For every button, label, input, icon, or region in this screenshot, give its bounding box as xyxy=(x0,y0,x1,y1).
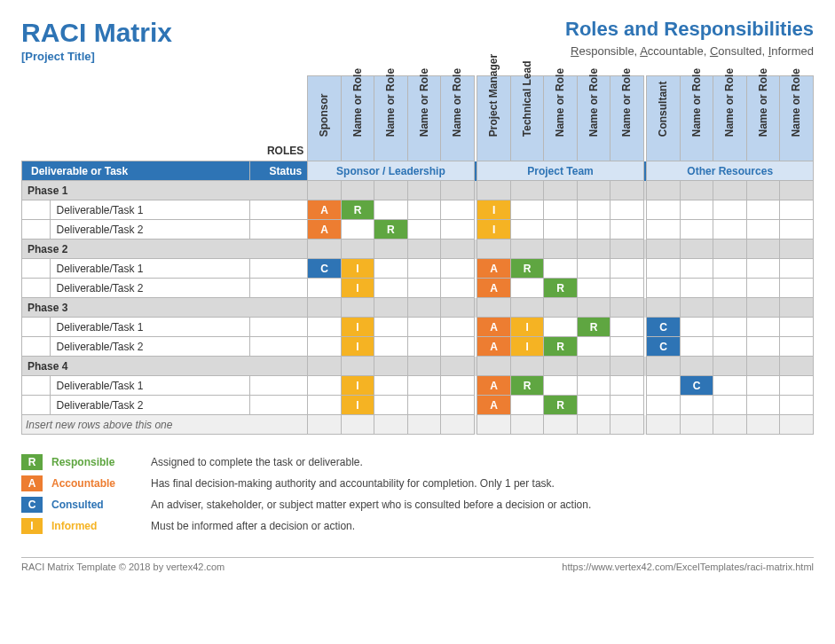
raci-cell-I: I xyxy=(341,279,374,298)
insert-cell xyxy=(610,415,643,435)
legend-label-R: Responsible xyxy=(51,456,114,468)
task-name: Deliverable/Task 1 xyxy=(51,259,250,279)
phase-cell xyxy=(746,357,779,376)
raci-cell-empty xyxy=(647,376,680,396)
phase-cell xyxy=(647,181,680,200)
status-cell xyxy=(250,337,308,357)
raci-cell-empty xyxy=(780,220,814,240)
raci-cell-empty xyxy=(441,318,474,337)
phase-cell xyxy=(647,298,680,318)
raci-cell-C: C xyxy=(647,318,680,337)
phase-cell xyxy=(610,181,643,200)
phase-cell xyxy=(407,357,440,376)
phase-header: Phase 1 xyxy=(22,181,308,200)
raci-cell-empty xyxy=(680,337,713,357)
raci-cell-A: A xyxy=(477,279,510,298)
phase-cell xyxy=(610,298,643,318)
raci-cell-empty xyxy=(746,337,779,357)
phase-cell xyxy=(713,298,746,318)
phase-cell xyxy=(477,240,510,259)
raci-cell-empty xyxy=(610,200,643,220)
phase-cell xyxy=(746,181,779,200)
raci-cell-empty xyxy=(407,318,440,337)
phase-cell xyxy=(308,240,341,259)
raci-cell-empty xyxy=(510,396,543,415)
phase-cell xyxy=(510,240,543,259)
phase-cell xyxy=(407,298,440,318)
insert-cell xyxy=(780,415,814,435)
role-header: Name or Role xyxy=(713,76,746,161)
phase-cell xyxy=(441,357,474,376)
raci-cell-empty xyxy=(577,279,610,298)
task-name: Deliverable/Task 1 xyxy=(51,200,250,220)
legend-desc-C: An adviser, stakeholder, or subject matt… xyxy=(151,497,591,513)
phase-cell xyxy=(780,181,814,200)
phase-cell xyxy=(544,240,577,259)
raci-cell-empty xyxy=(780,200,814,220)
phase-header: Phase 3 xyxy=(22,298,308,318)
header: RACI Matrix [Project Title] Roles and Re… xyxy=(21,18,814,63)
footer: RACI Matrix Template © 2018 by vertex42.… xyxy=(21,557,814,572)
raci-cell-empty xyxy=(577,376,610,396)
phase-cell xyxy=(647,357,680,376)
phase-cell xyxy=(713,240,746,259)
raci-cell-empty xyxy=(308,396,341,415)
indent-cell xyxy=(22,200,51,220)
phase-cell xyxy=(713,357,746,376)
phase-cell xyxy=(577,357,610,376)
role-header: Name or Role xyxy=(544,76,577,161)
raci-cell-empty xyxy=(544,259,577,279)
role-header: Sponsor xyxy=(308,76,341,161)
roles-label: ROLES xyxy=(22,76,308,161)
raci-cell-empty xyxy=(441,259,474,279)
raci-cell-A: A xyxy=(477,337,510,357)
phase-cell xyxy=(780,240,814,259)
raci-cell-empty xyxy=(544,318,577,337)
raci-cell-empty xyxy=(647,396,680,415)
phase-cell xyxy=(407,240,440,259)
raci-cell-empty xyxy=(441,220,474,240)
phase-cell xyxy=(680,357,713,376)
raci-cell-empty xyxy=(746,396,779,415)
phase-cell xyxy=(746,298,779,318)
role-header: Name or Role xyxy=(441,76,474,161)
legend-box-A: A xyxy=(21,475,43,491)
raci-cell-I: I xyxy=(477,220,510,240)
raci-cell-empty xyxy=(610,396,643,415)
phase-cell xyxy=(780,298,814,318)
raci-cell-A: A xyxy=(477,376,510,396)
raci-cell-empty xyxy=(374,259,407,279)
insert-cell xyxy=(374,415,407,435)
raci-cell-empty xyxy=(713,376,746,396)
raci-cell-empty xyxy=(441,396,474,415)
raci-cell-R: R xyxy=(341,200,374,220)
status-cell xyxy=(250,259,308,279)
raci-cell-empty xyxy=(308,279,341,298)
indent-cell xyxy=(22,279,51,298)
legend-desc-A: Has final decision-making authority and … xyxy=(151,475,591,491)
raci-cell-C: C xyxy=(680,376,713,396)
raci-cell-empty xyxy=(746,376,779,396)
page-title: RACI Matrix xyxy=(21,18,172,48)
raci-cell-empty xyxy=(746,259,779,279)
raci-cell-I: I xyxy=(510,318,543,337)
status-cell xyxy=(250,318,308,337)
raci-cell-empty xyxy=(680,259,713,279)
role-header: Consultant xyxy=(647,76,680,161)
raci-cell-empty xyxy=(713,337,746,357)
raci-cell-I: I xyxy=(341,318,374,337)
raci-cell-A: A xyxy=(308,200,341,220)
legend-label-A: Accountable xyxy=(51,477,115,490)
raci-cell-empty xyxy=(308,318,341,337)
phase-cell xyxy=(680,240,713,259)
raci-cell-empty xyxy=(308,337,341,357)
phase-cell xyxy=(477,181,510,200)
insert-cell xyxy=(341,415,374,435)
raci-cell-empty xyxy=(544,220,577,240)
indent-cell xyxy=(22,220,51,240)
legend-item-R: RResponsible xyxy=(21,454,115,470)
raci-cell-empty xyxy=(780,396,814,415)
insert-cell xyxy=(441,415,474,435)
raci-cell-empty xyxy=(746,279,779,298)
phase-cell xyxy=(577,240,610,259)
